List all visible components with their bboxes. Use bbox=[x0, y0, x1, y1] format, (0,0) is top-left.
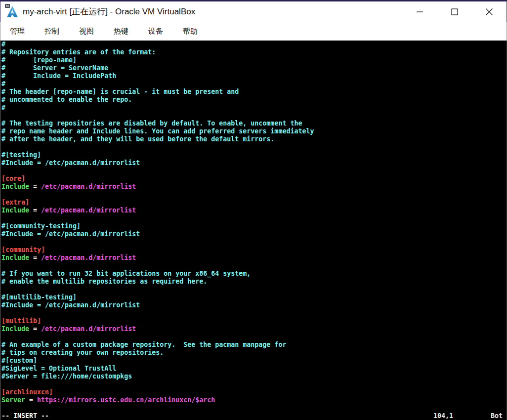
terminal-line bbox=[1, 191, 507, 199]
window-controls bbox=[403, 1, 507, 22]
menu-item[interactable]: 管理 bbox=[1, 24, 34, 39]
terminal-line bbox=[1, 167, 507, 175]
terminal-line: [community] bbox=[1, 246, 507, 254]
terminal-line: [archlinuxcn] bbox=[1, 388, 507, 396]
terminal-line bbox=[1, 380, 507, 388]
syntax-segment-comment: # enable the multilib repositories as re… bbox=[1, 278, 207, 285]
syntax-segment-key: Include bbox=[1, 207, 29, 214]
syntax-segment-comment: # The header [repo-name] is crucial - it… bbox=[1, 88, 239, 95]
syntax-segment-section: [core] bbox=[1, 175, 25, 182]
terminal-line: #Server = file:///home/custompkgs bbox=[1, 373, 507, 380]
terminal-line: # tips on creating your own repositories… bbox=[1, 349, 507, 357]
syntax-segment-comment: # Repository entries are of the format: bbox=[1, 48, 156, 56]
terminal-line: # bbox=[1, 104, 507, 112]
syntax-segment-operator: = bbox=[29, 207, 41, 214]
syntax-segment-key: Include bbox=[1, 183, 29, 190]
vim-cursor-ruler: 104,1 bbox=[433, 412, 453, 420]
syntax-segment-comment: # [repo-name] bbox=[1, 56, 77, 64]
syntax-segment-section: [community] bbox=[1, 246, 45, 253]
terminal-line: Server = https://mirrors.ustc.edu.cn/arc… bbox=[1, 396, 507, 404]
menu-item[interactable]: 帮助 bbox=[174, 24, 207, 39]
syntax-segment-comment: # An example of a custom package reposit… bbox=[1, 341, 286, 348]
syntax-segment-value: /etc/pacman.d/mirrorlist bbox=[41, 207, 136, 214]
terminal-line bbox=[1, 333, 507, 341]
syntax-segment-operator: = bbox=[25, 396, 37, 404]
terminal-line: #[multilib-testing] bbox=[1, 294, 507, 301]
terminal-line: # Include = IncludePath bbox=[1, 72, 507, 80]
syntax-segment-comment: # Include = IncludePath bbox=[1, 72, 116, 80]
syntax-segment-comment: #Include = /etc/pacman.d/mirrorlist bbox=[1, 301, 140, 309]
terminal-line: [core] bbox=[1, 175, 507, 183]
terminal-line bbox=[1, 112, 507, 120]
minimize-button[interactable] bbox=[403, 1, 437, 22]
terminal-line bbox=[1, 238, 507, 246]
terminal-line: # after the header, and they will be use… bbox=[1, 135, 507, 143]
terminal-line: # An example of a custom package reposit… bbox=[1, 341, 507, 349]
syntax-segment-comment: #Include = /etc/pacman.d/mirrorlist bbox=[1, 230, 140, 238]
terminal-line: # enable the multilib repositories as re… bbox=[1, 278, 507, 286]
syntax-segment-comment: #[community-testing] bbox=[1, 222, 81, 230]
syntax-segment-section: [extra] bbox=[1, 199, 29, 206]
titlebar[interactable]: 64 my-arch-virt [正在运行] - Oracle VM Virtu… bbox=[0, 1, 507, 22]
syntax-segment-comment: #Server = file:///home/custompkgs bbox=[1, 373, 132, 380]
vm-terminal-display[interactable]: ## Repository entries are of the format:… bbox=[0, 41, 507, 420]
syntax-segment-comment: # repo name header and Include lines. Yo… bbox=[1, 127, 314, 135]
terminal-line: # If you want to run 32 bit applications… bbox=[1, 270, 507, 278]
syntax-segment-section: [multilib] bbox=[1, 317, 41, 325]
maximize-button[interactable] bbox=[437, 1, 472, 22]
terminal-line: # bbox=[1, 80, 507, 88]
terminal-line bbox=[1, 404, 507, 412]
terminal-line: # The header [repo-name] is crucial - it… bbox=[1, 88, 507, 96]
menu-item[interactable]: 控制 bbox=[36, 24, 68, 39]
minimize-icon bbox=[417, 8, 423, 15]
syntax-segment-comment: # Server = ServerName bbox=[1, 64, 108, 72]
terminal-line: [multilib] bbox=[1, 317, 507, 325]
syntax-segment-value: /etc/pacman.d/mirrorlist bbox=[41, 254, 136, 261]
icon-64-badge: 64 bbox=[5, 4, 10, 8]
terminal-line: #Include = /etc/pacman.d/mirrorlist bbox=[1, 301, 507, 309]
syntax-segment-section: [archlinuxcn] bbox=[1, 388, 53, 396]
virtualbox-window: 64 my-arch-virt [正在运行] - Oracle VM Virtu… bbox=[0, 0, 507, 420]
syntax-segment-comment: # tips on creating your own repositories… bbox=[1, 349, 164, 356]
terminal-line: # uncommented to enable the repo. bbox=[1, 96, 507, 104]
syntax-segment-operator: = bbox=[29, 254, 41, 261]
arch-linux-icon: 64 bbox=[6, 5, 19, 18]
syntax-segment-comment: # The testing repositories are disabled … bbox=[1, 120, 302, 127]
syntax-segment-key: Include bbox=[1, 254, 29, 261]
terminal-line: # Repository entries are of the format: bbox=[1, 48, 507, 56]
terminal-line: # [repo-name] bbox=[1, 56, 507, 64]
terminal-line: Include = /etc/pacman.d/mirrorlist bbox=[1, 183, 507, 191]
vim-scroll-position: Bot bbox=[491, 412, 503, 420]
terminal-line bbox=[1, 143, 507, 151]
terminal-line: #[testing] bbox=[1, 151, 507, 159]
syntax-segment-comment: # bbox=[1, 80, 5, 87]
menubar: 管理控制视图热键设备帮助 bbox=[0, 22, 507, 41]
terminal-line: # bbox=[1, 41, 507, 48]
terminal-line: #Include = /etc/pacman.d/mirrorlist bbox=[1, 159, 507, 167]
syntax-segment-comment: #[multilib-testing] bbox=[1, 294, 77, 301]
syntax-segment-comment: #[testing] bbox=[1, 151, 41, 159]
syntax-segment-value: https://mirrors.ustc.edu.cn/archlinuxcn/… bbox=[37, 396, 215, 404]
syntax-segment-comment: #[custom] bbox=[1, 357, 37, 364]
terminal-line: #[custom] bbox=[1, 357, 507, 365]
terminal-line: Include = /etc/pacman.d/mirrorlist bbox=[1, 325, 507, 333]
terminal-line: #SigLevel = Optional TrustAll bbox=[1, 365, 507, 373]
terminal-line: Include = /etc/pacman.d/mirrorlist bbox=[1, 207, 507, 214]
terminal-line: # The testing repositories are disabled … bbox=[1, 120, 507, 127]
window-title: my-arch-virt [正在运行] - Oracle VM VirtualB… bbox=[23, 6, 195, 17]
menu-item[interactable]: 视图 bbox=[70, 24, 103, 39]
terminal-line bbox=[1, 309, 507, 317]
menu-item[interactable]: 设备 bbox=[139, 24, 172, 39]
menu-item[interactable]: 热键 bbox=[105, 24, 137, 39]
terminal-line: #[community-testing] bbox=[1, 222, 507, 230]
syntax-segment-comment: # If you want to run 32 bit applications… bbox=[1, 270, 251, 277]
terminal-line bbox=[1, 262, 507, 270]
terminal-line: # Server = ServerName bbox=[1, 64, 507, 72]
syntax-segment-comment: #Include = /etc/pacman.d/mirrorlist bbox=[1, 159, 140, 167]
syntax-segment-value: /etc/pacman.d/mirrorlist bbox=[41, 325, 136, 333]
syntax-segment-operator: = bbox=[29, 183, 41, 190]
syntax-segment-comment: # after the header, and they will be use… bbox=[1, 135, 274, 143]
close-button[interactable] bbox=[472, 1, 507, 22]
vim-mode-indicator: -- INSERT -- bbox=[1, 412, 49, 420]
terminal-line: # repo name header and Include lines. Yo… bbox=[1, 127, 507, 135]
